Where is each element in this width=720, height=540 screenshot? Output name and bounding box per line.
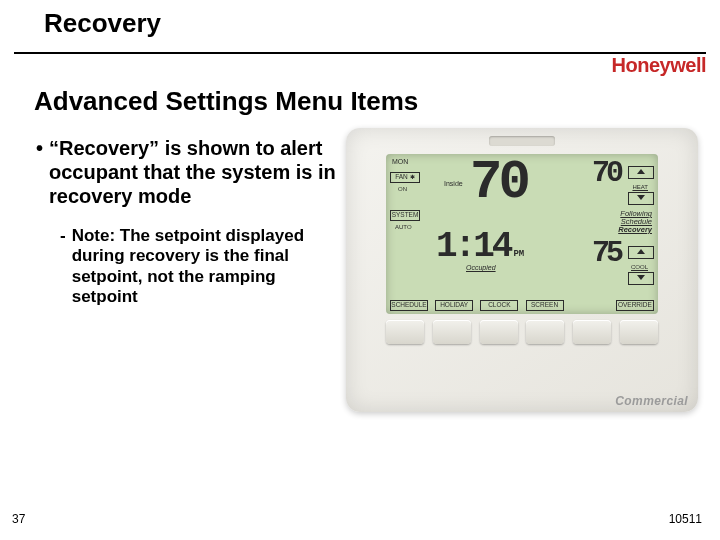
soft-btn-override[interactable]: OVERRIDE <box>616 300 654 311</box>
slide-subtitle: Advanced Settings Menu Items <box>34 86 418 117</box>
thermostat-screen: MON FAN ✱ ON SYSTEM AUTO Inside 70 1:14 … <box>386 154 658 314</box>
cool-setpoint: 75 <box>592 242 620 265</box>
soft-btn-clock[interactable]: CLOCK <box>480 300 518 311</box>
system-label: SYSTEM <box>392 211 419 218</box>
title-rule <box>14 52 706 54</box>
inside-temp: 70 <box>470 162 527 204</box>
page-number: 37 <box>12 512 25 526</box>
cool-label: COOL <box>631 264 648 270</box>
bullet-level1-text: “Recovery” is shown to alert occupant th… <box>49 136 346 208</box>
soft-btn-holiday[interactable]: HOLIDAY <box>435 300 473 311</box>
fan-state: ON <box>398 186 407 192</box>
doc-code: 10511 <box>669 512 702 526</box>
hard-button-3[interactable] <box>480 320 518 344</box>
thermostat-body: MON FAN ✱ ON SYSTEM AUTO Inside 70 1:14 … <box>346 128 698 412</box>
fan-icon: ✱ <box>410 174 415 180</box>
inside-label: Inside <box>444 180 463 187</box>
soft-btn-screen[interactable]: SCREEN <box>526 300 564 311</box>
bullet-level2: - Note: The setpoint displayed during re… <box>60 226 346 308</box>
commercial-badge: Commercial <box>615 394 688 408</box>
fan-button[interactable]: FAN ✱ <box>390 172 420 183</box>
cool-up-button[interactable] <box>628 246 654 259</box>
clock-ampm: PM <box>513 249 524 259</box>
heat-label: HEAT <box>632 184 648 190</box>
occupied-label: Occupied <box>466 264 496 271</box>
bullet-dash-icon: - <box>60 226 66 308</box>
chevron-up-icon <box>637 169 645 174</box>
thermostat-image: MON FAN ✱ ON SYSTEM AUTO Inside 70 1:14 … <box>346 128 698 412</box>
heat-down-button[interactable] <box>628 192 654 205</box>
bullet-level1: • “Recovery” is shown to alert occupant … <box>36 136 346 208</box>
heat-up-button[interactable] <box>628 166 654 179</box>
day-label: MON <box>392 158 408 165</box>
chevron-up-icon <box>637 249 645 254</box>
hard-button-5[interactable] <box>573 320 611 344</box>
hard-button-4[interactable] <box>526 320 564 344</box>
bullet-level2-text: Note: The setpoint displayed during reco… <box>72 226 346 308</box>
hard-button-6[interactable] <box>620 320 658 344</box>
chevron-down-icon <box>637 275 645 280</box>
soft-btn-blank <box>571 300 609 311</box>
slide-title: Recovery <box>44 8 720 39</box>
hard-button-row <box>386 320 658 346</box>
fan-label: FAN <box>395 174 408 181</box>
system-state: AUTO <box>395 224 412 230</box>
clock-time: 1:14 <box>436 226 510 267</box>
brand-logo: Honeywell <box>612 54 706 77</box>
soft-btn-schedule[interactable]: SCHEDULE <box>390 300 428 311</box>
hard-button-1[interactable] <box>386 320 424 344</box>
heat-setpoint: 70 <box>592 162 620 185</box>
body-text: • “Recovery” is shown to alert occupant … <box>36 136 346 308</box>
status-line-3: Recovery <box>618 226 652 234</box>
chevron-down-icon <box>637 195 645 200</box>
system-button[interactable]: SYSTEM <box>390 210 420 221</box>
cool-down-button[interactable] <box>628 272 654 285</box>
thermostat-logo-slot <box>489 136 555 146</box>
bullet-dot-icon: • <box>36 136 43 208</box>
hard-button-2[interactable] <box>433 320 471 344</box>
